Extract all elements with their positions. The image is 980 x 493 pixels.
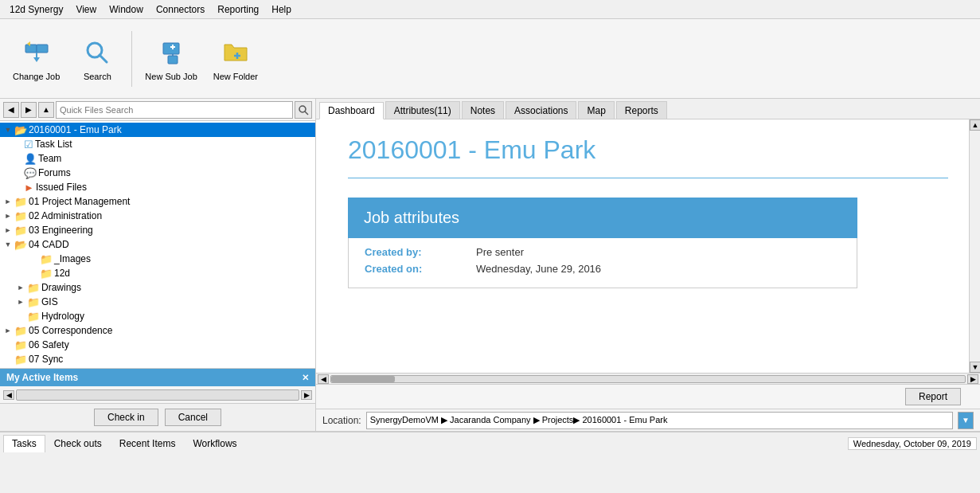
new-sub-job-button[interactable]: New Sub Job: [139, 24, 203, 94]
scroll-up-button[interactable]: ▲: [970, 119, 980, 131]
menu-bar: 12d Synergy View Window Connectors Repor…: [0, 0, 980, 19]
tree-label-15: 07 Sync: [29, 354, 63, 365]
tree-label-7: 04 CADD: [29, 239, 69, 250]
change-job-button[interactable]: Change Job: [6, 24, 66, 94]
change-job-label: Change Job: [13, 72, 60, 81]
tree-label-14: 06 Safety: [29, 339, 69, 350]
active-items-title: My Active Items: [6, 372, 78, 383]
tree-expand-drawings[interactable]: ►: [16, 283, 25, 292]
menu-window[interactable]: Window: [103, 2, 150, 17]
tree-expand-05[interactable]: ►: [3, 326, 13, 335]
active-items-close-button[interactable]: ✕: [302, 373, 309, 383]
h-scroll-right-button[interactable]: ▶: [967, 374, 978, 384]
search-label: Search: [84, 72, 111, 81]
nav-back-button[interactable]: ◀: [3, 102, 19, 118]
scroll-track[interactable]: [16, 389, 299, 401]
tree-expand-02[interactable]: ►: [3, 211, 13, 221]
tree-item-images[interactable]: + 📁 _Images: [0, 252, 315, 266]
menu-reporting[interactable]: Reporting: [211, 2, 265, 17]
tree-expand-04[interactable]: ▼: [3, 240, 13, 249]
tree-item-07[interactable]: + 📁 07 Sync: [0, 352, 315, 366]
tree-icon-drawings: 📁: [27, 282, 40, 294]
h-scroll-left-button[interactable]: ◀: [318, 374, 329, 384]
tree-expand-01[interactable]: ►: [3, 197, 13, 206]
tree-item-hydrology[interactable]: + 📁 Hydrology: [0, 309, 315, 323]
tree-icon-root: 📂: [14, 124, 27, 136]
bottom-tab-checkouts[interactable]: Check outs: [45, 435, 111, 452]
scroll-left-button[interactable]: ◀: [3, 390, 14, 400]
created-by-label: Created by:: [365, 246, 476, 258]
nav-up-button[interactable]: ▲: [38, 102, 54, 118]
menu-connectors[interactable]: Connectors: [150, 2, 211, 17]
quick-search-input[interactable]: [56, 101, 293, 119]
svg-line-15: [305, 112, 308, 115]
bottom-tab-recent-items[interactable]: Recent Items: [111, 435, 185, 452]
tree-icon-hydrology: 📁: [27, 311, 40, 323]
horizontal-scrollbar: ◀ ▶: [316, 373, 980, 384]
tree-icon-06: 📁: [14, 339, 27, 351]
tree-icon-03: 📁: [14, 225, 27, 237]
bottom-tab-tasks[interactable]: Tasks: [3, 435, 45, 452]
right-scrollbar[interactable]: ▲ ▼: [969, 119, 980, 373]
tree-item-05[interactable]: ► 📁 05 Correspondence: [0, 323, 315, 338]
tree-label-11: GIS: [41, 296, 58, 307]
tree-label-4: 01 Project Management: [29, 196, 130, 207]
tree-item-drawings[interactable]: ► 📁 Drawings: [0, 280, 315, 295]
tree-expand-gis[interactable]: ►: [16, 297, 25, 307]
cancel-button[interactable]: Cancel: [165, 409, 221, 426]
tree-icon-02: 📁: [14, 210, 27, 222]
new-folder-icon: [220, 37, 252, 68]
report-button[interactable]: Report: [905, 388, 961, 405]
location-dropdown-button[interactable]: ▼: [958, 412, 974, 429]
tree-expand-root[interactable]: ▼: [3, 125, 13, 135]
location-input[interactable]: [366, 412, 953, 429]
tree-item-forums[interactable]: + 💬 Forums: [0, 166, 315, 180]
search-go-button[interactable]: [295, 101, 312, 119]
tab-dashboard[interactable]: Dashboard: [319, 102, 384, 119]
tree-label-12: Hydrology: [41, 311, 84, 322]
svg-rect-8: [168, 56, 178, 64]
change-job-icon: [21, 37, 53, 68]
menu-view[interactable]: View: [69, 2, 103, 17]
right-panel: Dashboard Attributes(11) Notes Associati…: [316, 99, 980, 431]
tree-item-team[interactable]: + 👤 Team: [0, 151, 315, 166]
bottom-tab-workflows[interactable]: Workflows: [184, 435, 245, 452]
tree-label-2: Forums: [38, 167, 71, 178]
tree-item-03[interactable]: ► 📁 03 Engineering: [0, 223, 315, 237]
active-items-scroll: ◀ ▶: [0, 386, 315, 404]
nav-forward-button[interactable]: ▶: [21, 102, 37, 118]
h-scroll-track[interactable]: [330, 375, 966, 383]
tree-item-task-list[interactable]: + ☑ Task List: [0, 137, 315, 151]
active-items-panel: My Active Items ✕ ◀ ▶ Check in Cancel: [0, 368, 315, 431]
tree-root[interactable]: ▼ 📂 20160001 - Emu Park: [0, 123, 315, 137]
scroll-down-button[interactable]: ▼: [970, 362, 980, 373]
svg-point-14: [299, 106, 306, 112]
tab-notes[interactable]: Notes: [462, 101, 504, 119]
tree-item-01[interactable]: ► 📁 01 Project Management: [0, 194, 315, 209]
new-folder-button[interactable]: New Folder: [207, 24, 264, 94]
active-items-header: My Active Items ✕: [0, 369, 315, 386]
tree-icon-12d: 📁: [40, 268, 53, 280]
menu-12d-synergy[interactable]: 12d Synergy: [3, 2, 69, 17]
created-on-label: Created on:: [365, 263, 476, 275]
tree-item-06[interactable]: + 📁 06 Safety: [0, 338, 315, 352]
tree-icon-gis: 📁: [27, 296, 40, 308]
tab-associations[interactable]: Associations: [506, 101, 576, 119]
search-button[interactable]: Search: [69, 24, 125, 94]
tree-icon-forums: 💬: [24, 167, 37, 179]
tree-item-issued-files[interactable]: + ► Issued Files: [0, 180, 315, 194]
check-in-button[interactable]: Check in: [94, 409, 158, 426]
tab-map[interactable]: Map: [578, 101, 614, 119]
tree-item-02[interactable]: ► 📁 02 Administration: [0, 209, 315, 223]
menu-help[interactable]: Help: [265, 2, 298, 17]
title-divider: [348, 178, 948, 178]
tree-item-12d[interactable]: + 📁 12d: [0, 266, 315, 280]
tab-reports[interactable]: Reports: [616, 101, 667, 119]
tree-item-gis[interactable]: ► 📁 GIS: [0, 295, 315, 309]
tab-attributes[interactable]: Attributes(11): [385, 101, 460, 119]
tree-item-04[interactable]: ▼ 📂 04 CADD: [0, 237, 315, 252]
scroll-right-button[interactable]: ▶: [301, 390, 312, 400]
active-items-buttons: Check in Cancel: [0, 404, 315, 431]
tree-expand-03[interactable]: ►: [3, 225, 13, 235]
location-bar: Location: ▼: [316, 409, 980, 431]
